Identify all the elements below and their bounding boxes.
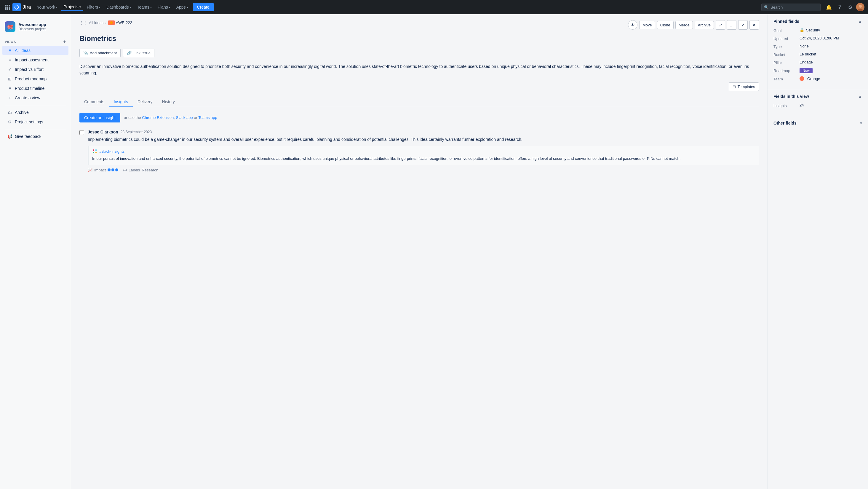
project-name: Awesome app — [19, 22, 46, 27]
bucket-label: Bucket — [773, 52, 797, 57]
sidebar-item-feedback[interactable]: 📢 Give feedback — [2, 132, 68, 141]
link-issue-button[interactable]: 🔗 Link issue — [123, 49, 154, 57]
nav-filters[interactable]: Filters ▾ — [85, 4, 103, 11]
sidebar-item-all-ideas[interactable]: ≡ All ideas — [2, 46, 68, 55]
create-button[interactable]: Create — [193, 3, 214, 11]
user-avatar[interactable] — [856, 3, 864, 11]
svg-rect-5 — [9, 6, 10, 8]
insight-meta: 📈 Impact 🏷 Labels Research — [88, 168, 759, 172]
tab-insights[interactable]: Insights — [109, 97, 133, 107]
project-settings-icon: ⚙ — [7, 119, 12, 124]
other-fields-header[interactable]: Other fields ▾ — [773, 121, 862, 125]
idea-title: Biometrics — [80, 34, 759, 43]
bucket-value[interactable]: Le bucket — [800, 52, 816, 56]
create-insight-button[interactable]: Create an insight — [80, 113, 120, 122]
svg-rect-8 — [9, 8, 10, 10]
sidebar-item-product-timeline[interactable]: ≡ Product timeline — [2, 84, 68, 93]
pillar-label: Pillar — [773, 60, 797, 65]
fields-in-view-collapse[interactable]: ▲ — [858, 94, 862, 99]
teams-chevron: ▾ — [150, 6, 152, 9]
expand-button[interactable]: ⤢ — [738, 20, 748, 30]
insight-alt-text: or use the Chrome Extension, Slack app o… — [124, 115, 217, 120]
pinned-fields-header: Pinned fields ▲ — [773, 19, 862, 24]
your-work-chevron: ▾ — [56, 6, 58, 9]
right-panel: Pinned fields ▲ Goal 🔒 Security Updated … — [767, 14, 868, 489]
close-button[interactable]: ✕ — [749, 20, 759, 30]
nav-plans[interactable]: Plans ▾ — [155, 4, 173, 11]
insight-date: 23 September 2023 — [121, 130, 152, 134]
product-timeline-icon: ≡ — [7, 86, 12, 91]
jira-logo[interactable]: Jira — [12, 3, 31, 11]
impact-dot-3 — [115, 168, 118, 171]
other-fields-title: Other fields — [773, 121, 797, 125]
watch-button[interactable]: 👁 — [628, 20, 638, 30]
type-value[interactable]: None — [800, 44, 809, 48]
sidebar-item-product-roadmap[interactable]: ⊞ Product roadmap — [2, 75, 68, 83]
templates-button[interactable]: ⊞ Templates — [729, 82, 759, 91]
goal-text[interactable]: Security — [806, 28, 820, 32]
pillar-value[interactable]: Engage — [800, 60, 813, 64]
tab-delivery[interactable]: Delivery — [133, 97, 157, 107]
field-updated: Updated Oct 24, 2023 01:06 PM — [773, 36, 862, 41]
sidebar-item-create-view[interactable]: + Create a view — [2, 93, 68, 102]
product-roadmap-icon: ⊞ — [7, 77, 12, 81]
share-button[interactable]: ↗ — [716, 20, 725, 30]
svg-rect-3 — [5, 6, 6, 8]
more-options-button[interactable]: … — [727, 20, 737, 30]
notifications-icon[interactable]: 🔔 — [824, 2, 834, 12]
field-team: Team Orange — [773, 76, 862, 81]
nav-projects[interactable]: Projects ▾ — [61, 3, 83, 11]
svg-rect-6 — [5, 8, 6, 10]
add-view-button[interactable]: + — [63, 39, 66, 45]
updated-value: Oct 24, 2023 01:06 PM — [800, 36, 839, 40]
help-icon[interactable]: ? — [835, 2, 844, 12]
tab-comments[interactable]: Comments — [80, 97, 109, 107]
insights-count[interactable]: 24 — [800, 103, 804, 107]
header-action-buttons: 👁 Move Clone Merge Archive ↗ … ⤢ ✕ — [628, 20, 759, 30]
other-fields-section: Other fields ▾ — [768, 116, 868, 130]
settings-icon[interactable]: ⚙ — [845, 2, 855, 12]
roadmap-badge: Now — [800, 68, 813, 73]
sidebar-item-project-settings[interactable]: ⚙ Project settings — [2, 117, 68, 126]
svg-rect-4 — [7, 6, 8, 8]
nav-your-work[interactable]: Your work ▾ — [34, 4, 60, 11]
create-insight-row: Create an insight or use the Chrome Exte… — [80, 113, 759, 122]
add-attachment-button[interactable]: 📎 Add attachment — [80, 49, 121, 57]
svg-rect-1 — [7, 5, 8, 6]
goal-label: Goal — [773, 28, 797, 33]
search-bar[interactable]: 🔍 Search — [761, 4, 820, 11]
svg-rect-7 — [7, 8, 8, 10]
labels-icon: 🏷 — [123, 168, 127, 172]
nav-apps[interactable]: Apps ▾ — [174, 4, 191, 11]
sidebar-item-impact-effort[interactable]: ⤢ Impact vs Effort — [2, 65, 68, 74]
grid-icon[interactable] — [4, 3, 11, 11]
team-value[interactable]: Orange — [800, 76, 820, 81]
clone-button[interactable]: Clone — [657, 21, 674, 29]
tab-history[interactable]: History — [157, 97, 180, 107]
other-fields-expand[interactable]: ▾ — [860, 121, 862, 125]
insights-label: Insights — [773, 103, 797, 108]
archive-button[interactable]: Archive — [695, 21, 714, 29]
field-roadmap: Roadmap Now — [773, 68, 862, 73]
roadmap-label: Roadmap — [773, 68, 797, 73]
sidebar-item-archive[interactable]: 🗂 Archive — [2, 108, 68, 117]
pinned-fields-collapse[interactable]: ▲ — [858, 19, 862, 24]
roadmap-value[interactable]: Now — [800, 68, 813, 73]
fields-in-view-section: Fields in this view ▲ Insights 24 — [768, 89, 868, 116]
chrome-extension-link[interactable]: Chrome Extension — [142, 115, 174, 120]
insight-checkbox[interactable] — [80, 130, 84, 135]
tabs: Comments Insights Delivery History — [80, 97, 759, 107]
teams-app-link[interactable]: Teams app — [198, 115, 217, 120]
fields-in-view-title: Fields in this view — [773, 94, 809, 99]
breadcrumb-all-ideas[interactable]: All ideas — [89, 21, 103, 25]
sidebar-item-impact-assessment[interactable]: ≡ Impact assesment — [2, 55, 68, 64]
slack-app-link[interactable]: Slack app — [176, 115, 193, 120]
nav-dashboards[interactable]: Dashboards ▾ — [104, 4, 134, 11]
insight-impact: 📈 Impact — [88, 168, 118, 172]
pinned-fields-section: Pinned fields ▲ Goal 🔒 Security Updated … — [768, 14, 868, 89]
move-button[interactable]: Move — [639, 21, 655, 29]
svg-rect-13 — [95, 149, 97, 151]
nav-teams[interactable]: Teams ▾ — [134, 4, 154, 11]
slack-channel-link[interactable]: #slack-insights — [99, 149, 124, 153]
merge-button[interactable]: Merge — [675, 21, 693, 29]
